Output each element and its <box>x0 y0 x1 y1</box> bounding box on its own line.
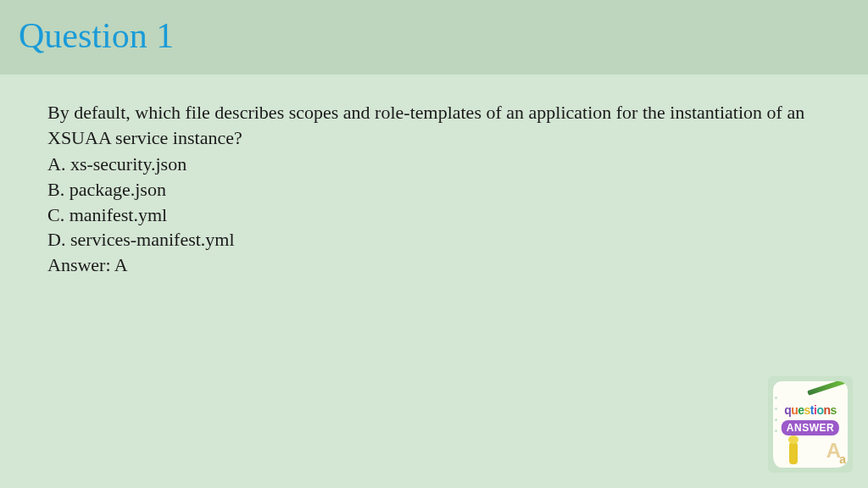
badge-answer-label: ANSWER <box>782 420 839 435</box>
content-area: By default, which file describes scopes … <box>0 75 868 303</box>
question-text: By default, which file describes scopes … <box>47 100 821 150</box>
option-b: B. package.json <box>47 177 821 202</box>
answer-line: Answer: A <box>47 252 821 278</box>
badge-card: questions ANSWER A a <box>773 381 848 468</box>
page-title: Question 1 <box>19 15 849 56</box>
option-a: A. xs-security.json <box>47 152 821 177</box>
questions-answer-badge: questions ANSWER A a <box>768 376 853 473</box>
badge-questions-text: questions <box>773 403 848 417</box>
pencil-icon <box>807 381 846 396</box>
pencil-character-icon <box>782 435 805 464</box>
option-d: D. services-manifest.yml <box>47 227 821 252</box>
letter-a-small-icon: a <box>839 452 846 466</box>
option-c: C. manifest.yml <box>47 202 821 228</box>
header-bar: Question 1 <box>0 0 868 75</box>
